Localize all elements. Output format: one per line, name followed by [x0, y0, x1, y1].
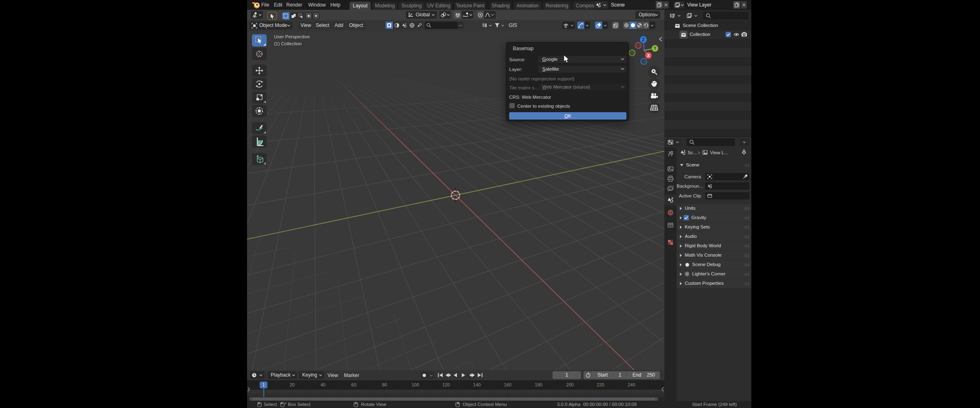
svg-text:Y: Y: [654, 46, 657, 51]
svg-text:X: X: [647, 53, 650, 58]
svg-text:Z: Z: [642, 38, 644, 42]
